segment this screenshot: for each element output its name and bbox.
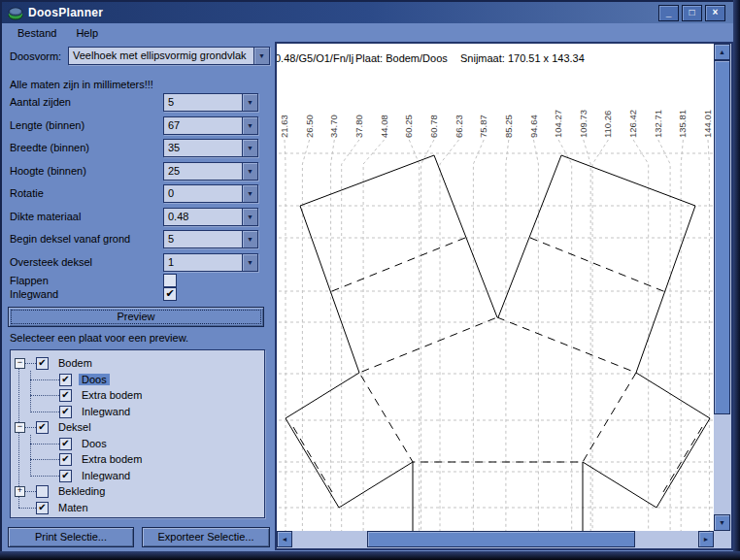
doosvorm-select[interactable]: Veelhoek met ellipsvormig grondvlak ▼: [68, 47, 270, 65]
flappen-label: Flappen: [10, 275, 49, 286]
chevron-down-icon[interactable]: ▼: [242, 117, 257, 134]
window-border-right: [733, 0, 740, 560]
tree-checkbox[interactable]: ✔: [59, 406, 72, 418]
chevron-down-icon[interactable]: ▼: [242, 185, 257, 202]
tree-item-bekleding[interactable]: +Bekleding: [11, 483, 264, 499]
measure-label: 109.73: [578, 110, 589, 138]
field-value: 67: [164, 117, 242, 134]
scroll-up-icon[interactable]: ▲: [714, 44, 730, 60]
maximize-button[interactable]: □: [682, 5, 702, 21]
chevron-down-icon[interactable]: ▼: [242, 254, 257, 271]
tree-connector: [30, 395, 59, 396]
tree-checkbox[interactable]: ✔: [59, 453, 72, 466]
form-row: Lengte (binnen)67▼: [0, 116, 275, 135]
vertical-scrollbar[interactable]: ▲ ▼: [714, 44, 731, 531]
preview-panel: 0.48/G5/O1/Fn/Ij Plaat: Bodem/Doos Snijm…: [275, 42, 733, 550]
horizontal-scrollbar[interactable]: ◄ ►: [277, 531, 714, 548]
tree-checkbox[interactable]: ✔: [36, 421, 49, 434]
measure-leader: [592, 140, 608, 531]
field-value: 35: [164, 140, 242, 156]
field-select-aantal-zijden[interactable]: 5▼: [163, 93, 258, 112]
close-button[interactable]: ×: [705, 5, 725, 21]
tree-caption: Selecteer een plaat voor een preview.: [10, 332, 188, 344]
measure-label: 34.70: [328, 115, 339, 138]
tree-checkbox[interactable]: ✔: [36, 357, 49, 370]
measure-label: 94.64: [528, 115, 539, 138]
tree-item-label[interactable]: Deksel: [55, 421, 94, 433]
menu-bestand[interactable]: Bestand: [10, 25, 64, 42]
inlegwand-checkbox[interactable]: ✔: [163, 287, 177, 301]
tree-item-extra-bodem[interactable]: ✔Extra bodem: [11, 387, 264, 403]
measure-label: 104.27: [553, 110, 563, 138]
field-select-begin-deksel-vanaf-grond[interactable]: 5▼: [163, 230, 258, 248]
measure-leader: [409, 140, 419, 531]
measure-leader: [658, 140, 670, 531]
title-bar[interactable]: DoosPlanner _ □ ×: [2, 2, 733, 23]
field-select-breedte-binnen-[interactable]: 35▼: [163, 139, 258, 157]
minimize-button[interactable]: _: [658, 5, 679, 21]
scroll-right-icon[interactable]: ►: [698, 531, 714, 547]
horizontal-scroll-thumb[interactable]: [367, 531, 635, 547]
field-select-lengte-binnen-[interactable]: 67▼: [163, 116, 258, 135]
field-select-hoogte-binnen-[interactable]: 25▼: [163, 162, 258, 181]
tree-item-inlegwand[interactable]: ✔Inlegwand: [11, 404, 264, 419]
drawing-canvas: 0.48/G5/O1/Fn/Ij Plaat: Bodem/Doos Snijm…: [277, 44, 714, 531]
flappen-checkbox[interactable]: [163, 274, 177, 287]
tree-connector: [30, 412, 59, 412]
field-value: 5: [164, 94, 242, 111]
menu-help[interactable]: Help: [68, 25, 106, 42]
tree-item-extra-bodem[interactable]: ✔Extra bodem: [11, 451, 264, 467]
vertical-scroll-thumb[interactable]: [714, 60, 730, 414]
tree-checkbox[interactable]: [36, 485, 49, 498]
chevron-down-icon[interactable]: ▼: [242, 94, 257, 111]
form-row: Hoogte (binnen)25▼: [0, 162, 275, 181]
field-value: 5: [164, 231, 242, 247]
measure-leader: [584, 140, 590, 531]
measure-label: 66.23: [454, 115, 464, 138]
measure-label: 75.87: [478, 115, 488, 138]
measure-leader: [473, 140, 484, 531]
collapse-icon[interactable]: −: [15, 358, 25, 369]
scroll-left-icon[interactable]: ◄: [277, 531, 292, 547]
preview-button[interactable]: Preview: [8, 307, 264, 327]
field-label: Hoogte (binnen): [10, 165, 86, 177]
tree-item-label[interactable]: Doos: [79, 374, 110, 385]
tree-checkbox[interactable]: ✔: [59, 389, 72, 402]
cut-line: [286, 373, 413, 508]
tree-item-label[interactable]: Bodem: [55, 357, 95, 369]
tree-item-maten[interactable]: ✔Maten: [11, 500, 264, 515]
measure-label: 26.50: [304, 115, 315, 138]
chevron-down-icon[interactable]: ▼: [242, 163, 257, 180]
tree-item-label[interactable]: Bekleding: [55, 485, 108, 497]
chevron-down-icon[interactable]: ▼: [242, 231, 257, 247]
measure-label: 44.08: [379, 115, 389, 138]
inlegwand-label: Inlegwand: [10, 288, 58, 300]
tree-item-bodem[interactable]: −✔Bodem: [11, 355, 264, 371]
chevron-down-icon[interactable]: ▼: [242, 140, 257, 156]
tree-item-label[interactable]: Inlegwand: [79, 470, 133, 481]
tree-item-label[interactable]: Doos: [79, 438, 110, 449]
field-select-oversteek-deksel[interactable]: 1▼: [163, 253, 258, 272]
expand-icon[interactable]: +: [15, 486, 25, 497]
form-row: Aantal zijden5▼: [0, 93, 275, 112]
tree-item-label[interactable]: Extra bodem: [79, 453, 145, 465]
chevron-down-icon[interactable]: ▼: [242, 209, 257, 225]
tree-checkbox[interactable]: ✔: [36, 502, 49, 514]
export-selection-button[interactable]: Exporteer Selectie...: [142, 527, 270, 547]
tree-item-inlegwand[interactable]: ✔Inlegwand: [11, 468, 264, 483]
tree-item-label[interactable]: Extra bodem: [79, 389, 145, 401]
scroll-down-icon[interactable]: ▼: [714, 514, 730, 531]
field-select-rotatie[interactable]: 0▼: [163, 184, 258, 203]
tree-item-deksel[interactable]: −✔Deksel: [11, 419, 264, 435]
tree-item-doos[interactable]: ✔Doos: [11, 436, 264, 451]
tree-item-doos[interactable]: ✔Doos: [11, 372, 264, 387]
tree-checkbox[interactable]: ✔: [59, 438, 72, 450]
tree-checkbox[interactable]: ✔: [59, 470, 72, 482]
chevron-down-icon[interactable]: ▼: [253, 48, 269, 64]
tree-item-label[interactable]: Maten: [55, 502, 91, 513]
print-selection-button[interactable]: Print Selectie...: [8, 527, 134, 547]
field-select-dikte-materiaal[interactable]: 0.48▼: [163, 208, 258, 226]
tree-item-label[interactable]: Inlegwand: [79, 406, 133, 417]
collapse-icon[interactable]: −: [15, 422, 25, 433]
tree-checkbox[interactable]: ✔: [59, 374, 72, 386]
